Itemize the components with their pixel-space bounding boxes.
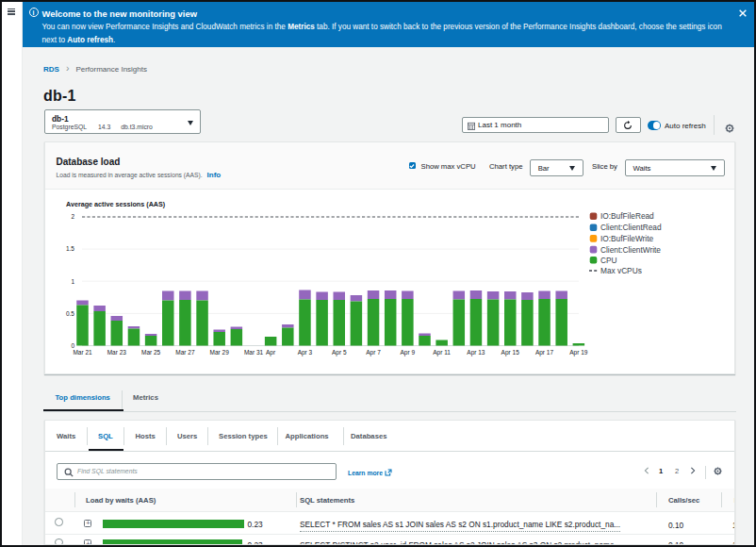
svg-text:Average active sessions (AAS): Average active sessions (AAS) — [66, 200, 166, 208]
svg-text:Apr 3: Apr 3 — [298, 349, 313, 356]
svg-text:2: 2 — [71, 213, 74, 220]
svg-text:Mar 29: Mar 29 — [210, 349, 230, 356]
svg-text:Apr 11: Apr 11 — [433, 349, 451, 356]
svg-text:Max vCPUs: Max vCPUs — [600, 266, 642, 275]
svg-text:CPU: CPU — [600, 256, 617, 265]
svg-text:Client:ClientWrite: Client:ClientWrite — [600, 245, 661, 255]
svg-text:Mar 25: Mar 25 — [141, 349, 161, 356]
svg-text:Apr 9: Apr 9 — [401, 349, 416, 356]
svg-text:Mar 23: Mar 23 — [107, 349, 127, 356]
svg-text:IO:BufFileRead: IO:BufFileRead — [600, 211, 654, 221]
svg-text:Mar 27: Mar 27 — [175, 349, 195, 356]
svg-text:IO:BufFileWrite: IO:BufFileWrite — [600, 234, 653, 243]
svg-text:Mar 21: Mar 21 — [73, 349, 92, 356]
svg-text:0.5: 0.5 — [66, 310, 74, 317]
svg-text:0: 0 — [71, 342, 74, 349]
svg-text:Apr: Apr — [266, 349, 276, 356]
svg-text:Apr 17: Apr 17 — [535, 349, 554, 356]
svg-text:Mar 31: Mar 31 — [244, 349, 264, 356]
svg-text:Apr 5: Apr 5 — [332, 349, 347, 356]
svg-text:Apr 15: Apr 15 — [501, 349, 520, 356]
svg-text:Apr 7: Apr 7 — [366, 349, 381, 356]
svg-text:1: 1 — [71, 278, 74, 285]
svg-text:1.5: 1.5 — [66, 245, 74, 252]
svg-text:Apr 19: Apr 19 — [569, 349, 588, 356]
svg-text:Client:ClientRead: Client:ClientRead — [600, 223, 662, 232]
svg-text:Apr 13: Apr 13 — [467, 349, 485, 356]
